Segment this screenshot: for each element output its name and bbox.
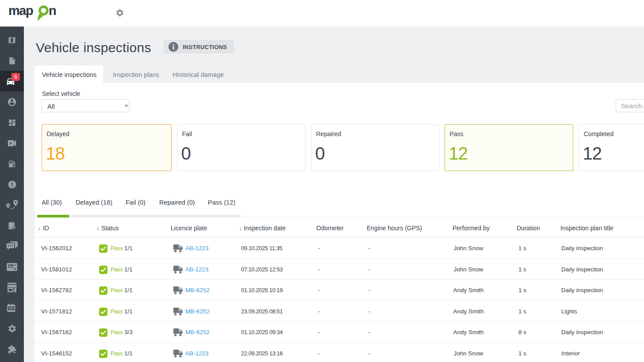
- svg-text:NEW: NEW: [9, 307, 16, 310]
